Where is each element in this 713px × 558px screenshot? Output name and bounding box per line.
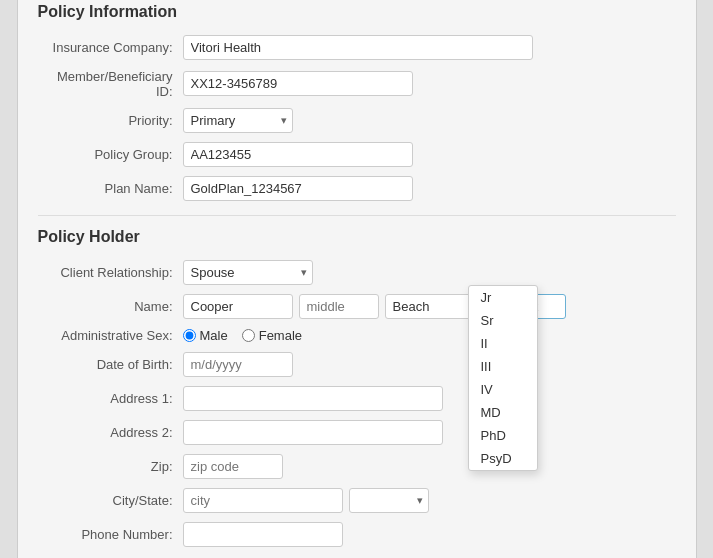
- suffix-option-iv[interactable]: IV: [469, 378, 537, 401]
- suffix-option-psyd[interactable]: PsyD: [469, 447, 537, 470]
- section-policy-holder-title: Policy Holder: [38, 228, 676, 246]
- priority-select-wrapper: Primary Secondary Tertiary: [183, 108, 293, 133]
- zip-row: Zip:: [38, 454, 676, 479]
- city-state-inputs: ALAKAZCA COFLNYTX: [183, 488, 429, 513]
- state-select[interactable]: ALAKAZCA COFLNYTX: [349, 488, 429, 513]
- client-relationship-select-wrapper: Self Spouse Child Other: [183, 260, 313, 285]
- dob-input[interactable]: [183, 352, 293, 377]
- male-radio-label[interactable]: Male: [183, 328, 228, 343]
- policy-form-card: Policy Information Insurance Company: Me…: [17, 0, 697, 558]
- client-relationship-label: Client Relationship:: [38, 265, 183, 280]
- sex-radio-group: Male Female: [183, 328, 303, 343]
- phone-row: Phone Number:: [38, 522, 676, 547]
- address1-row: Address 1:: [38, 386, 676, 411]
- male-radio-text: Male: [200, 328, 228, 343]
- member-id-label: Member/Beneficiary ID:: [38, 69, 183, 99]
- phone-input[interactable]: [183, 522, 343, 547]
- address2-input[interactable]: [183, 420, 443, 445]
- suffix-option-md[interactable]: MD: [469, 401, 537, 424]
- suffix-option-ii[interactable]: II: [469, 332, 537, 355]
- section-divider: [38, 215, 676, 216]
- address1-label: Address 1:: [38, 391, 183, 406]
- suffix-option-phd[interactable]: PhD: [469, 424, 537, 447]
- admin-sex-label: Administrative Sex:: [38, 328, 183, 343]
- member-id-input[interactable]: [183, 71, 413, 96]
- middle-name-input[interactable]: [299, 294, 379, 319]
- priority-label: Priority:: [38, 113, 183, 128]
- policy-group-input[interactable]: [183, 142, 413, 167]
- suffix-dropdown: Jr Sr II III IV MD PhD PsyD: [468, 285, 538, 471]
- section-policy-information-title: Policy Information: [38, 3, 676, 21]
- insurance-company-row: Insurance Company:: [38, 35, 676, 60]
- insurance-company-input[interactable]: [183, 35, 533, 60]
- client-relationship-row: Client Relationship: Self Spouse Child O…: [38, 260, 676, 285]
- plan-name-input[interactable]: [183, 176, 413, 201]
- city-input[interactable]: [183, 488, 343, 513]
- female-radio[interactable]: [242, 329, 255, 342]
- zip-input[interactable]: [183, 454, 283, 479]
- suffix-option-sr[interactable]: Sr: [469, 309, 537, 332]
- zip-label: Zip:: [38, 459, 183, 474]
- policy-group-row: Policy Group:: [38, 142, 676, 167]
- insurance-company-label: Insurance Company:: [38, 40, 183, 55]
- priority-select[interactable]: Primary Secondary Tertiary: [183, 108, 293, 133]
- member-id-row: Member/Beneficiary ID:: [38, 69, 676, 99]
- admin-sex-row: Administrative Sex: Male Female: [38, 328, 676, 343]
- female-radio-label[interactable]: Female: [242, 328, 302, 343]
- first-name-input[interactable]: [183, 294, 293, 319]
- dob-label: Date of Birth:: [38, 357, 183, 372]
- policy-group-label: Policy Group:: [38, 147, 183, 162]
- plan-name-row: Plan Name:: [38, 176, 676, 201]
- state-select-wrapper: ALAKAZCA COFLNYTX: [349, 488, 429, 513]
- plan-name-label: Plan Name:: [38, 181, 183, 196]
- city-state-label: City/State:: [38, 493, 183, 508]
- suffix-option-jr[interactable]: Jr: [469, 286, 537, 309]
- phone-label: Phone Number:: [38, 527, 183, 542]
- name-label: Name:: [38, 299, 183, 314]
- address2-label: Address 2:: [38, 425, 183, 440]
- dob-row: Date of Birth:: [38, 352, 676, 377]
- name-row: Name:: [38, 294, 676, 319]
- suffix-option-iii[interactable]: III: [469, 355, 537, 378]
- male-radio[interactable]: [183, 329, 196, 342]
- address1-input[interactable]: [183, 386, 443, 411]
- address2-row: Address 2:: [38, 420, 676, 445]
- city-state-row: City/State: ALAKAZCA COFLNYTX: [38, 488, 676, 513]
- priority-row: Priority: Primary Secondary Tertiary: [38, 108, 676, 133]
- client-relationship-select[interactable]: Self Spouse Child Other: [183, 260, 313, 285]
- female-radio-text: Female: [259, 328, 302, 343]
